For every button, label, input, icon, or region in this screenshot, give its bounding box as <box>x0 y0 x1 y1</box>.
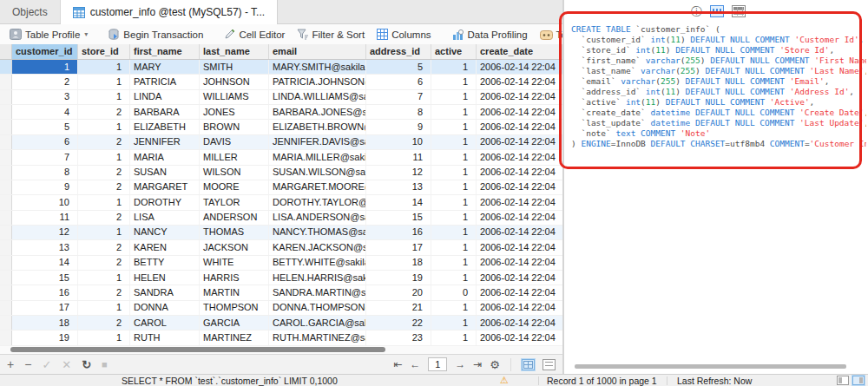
table-row[interactable]: 51ELIZABETHBROWNELIZABETH.BROWN@sakilacu… <box>0 120 562 134</box>
cell-store_id[interactable]: 1 <box>78 226 130 239</box>
cell-address_id[interactable]: 23 <box>366 330 431 344</box>
cell-store_id[interactable]: 2 <box>78 285 130 299</box>
cell-store_id[interactable]: 1 <box>78 60 130 74</box>
column-header-active[interactable]: active <box>431 44 477 59</box>
cell-email[interactable]: MARY.SMITH@sakilacustomer.org <box>269 60 366 74</box>
cell-email[interactable]: LINDA.WILLIAMS@sakilacustomer.org <box>269 90 366 104</box>
cell-customer_id[interactable]: 13 <box>12 240 78 254</box>
cell-first_name[interactable]: RUTH <box>130 330 200 344</box>
grid-hscrollbar-thumb[interactable] <box>10 347 385 352</box>
table-row[interactable]: 101DOROTHYTAYLORDOROTHY.TAYLOR@sakilacus… <box>0 195 562 210</box>
cell-last_name[interactable]: JOHNSON <box>200 75 269 88</box>
cell-active[interactable]: 1 <box>431 150 477 164</box>
page-settings-gear-icon[interactable]: ⚙ <box>490 359 500 370</box>
row-gutter[interactable] <box>0 105 12 119</box>
cell-first_name[interactable]: HELEN <box>130 271 200 285</box>
table-row[interactable]: 182CAROLGARCIACAROL.GARCIA@sakilacustome… <box>0 316 562 330</box>
cell-first_name[interactable]: CAROL <box>130 316 200 330</box>
cell-create_date[interactable]: 2006-02-14 22:04 <box>477 195 562 209</box>
right-pane-toggle-button[interactable] <box>852 376 865 385</box>
next-page-button[interactable]: → <box>455 359 465 370</box>
cell-store_id[interactable]: 2 <box>78 256 130 270</box>
refresh-button[interactable]: ↻ <box>82 359 91 370</box>
cell-first_name[interactable]: BARBARA <box>130 105 200 119</box>
cell-first_name[interactable]: JENNIFER <box>130 135 200 149</box>
cell-first_name[interactable]: MARY <box>130 60 200 74</box>
cell-email[interactable]: SUSAN.WILSON@sakilacustomer.org <box>269 166 366 180</box>
cell-store_id[interactable]: 1 <box>78 301 130 315</box>
cell-store_id[interactable]: 1 <box>78 120 130 134</box>
cell-create_date[interactable]: 2006-02-14 22:04 <box>477 60 562 74</box>
cell-customer_id[interactable]: 18 <box>12 316 78 330</box>
cell-create_date[interactable]: 2006-02-14 22:04 <box>477 120 562 134</box>
table-row[interactable]: 171DONNATHOMPSONDONNA.THOMPSON@sakilacus… <box>0 301 562 316</box>
cell-active[interactable]: 1 <box>431 271 477 285</box>
table-row[interactable]: 82SUSANWILSONSUSAN.WILSON@sakilacustomer… <box>0 166 562 180</box>
row-gutter[interactable] <box>0 90 12 104</box>
prev-page-button[interactable]: ← <box>410 359 420 370</box>
cell-email[interactable]: RUTH.MARTINEZ@sakilacustomer.org <box>269 330 366 344</box>
row-gutter[interactable] <box>0 330 12 344</box>
cell-last_name[interactable]: MARTINEZ <box>200 330 269 344</box>
table-profile-button[interactable]: Table Profile ▾ <box>5 26 92 43</box>
cell-customer_id[interactable]: 2 <box>12 75 78 88</box>
cell-address_id[interactable]: 9 <box>366 120 431 134</box>
row-gutter[interactable] <box>0 285 12 299</box>
cell-customer_id[interactable]: 3 <box>12 90 78 104</box>
cell-store_id[interactable]: 2 <box>78 240 130 254</box>
column-header-store-id[interactable]: store_id <box>78 44 130 59</box>
cell-address_id[interactable]: 10 <box>366 135 431 149</box>
cell-active[interactable]: 1 <box>431 256 477 270</box>
cell-customer_id[interactable]: 16 <box>12 285 78 299</box>
cell-store_id[interactable]: 2 <box>78 135 130 149</box>
form-view-button[interactable] <box>542 359 556 370</box>
cell-last_name[interactable]: SMITH <box>200 60 269 74</box>
cell-first_name[interactable]: SANDRA <box>130 285 200 299</box>
cell-store_id[interactable]: 1 <box>78 330 130 344</box>
cell-last_name[interactable]: THOMAS <box>200 226 269 239</box>
cell-active[interactable]: 1 <box>431 75 477 88</box>
tab-objects[interactable]: Objects <box>0 0 61 23</box>
cell-create_date[interactable]: 2006-02-14 22:04 <box>477 285 562 299</box>
cell-create_date[interactable]: 2006-02-14 22:04 <box>477 150 562 164</box>
table-row[interactable]: 71MARIAMILLERMARIA.MILLER@sakilacustomer… <box>0 150 562 165</box>
cell-email[interactable]: DONNA.THOMPSON@sakilacustomer.org <box>269 301 366 315</box>
cell-customer_id[interactable]: 17 <box>12 301 78 315</box>
cell-create_date[interactable]: 2006-02-14 22:04 <box>477 316 562 330</box>
cell-customer_id[interactable]: 5 <box>12 120 78 134</box>
cell-store_id[interactable]: 2 <box>78 180 130 194</box>
cell-last_name[interactable]: THOMPSON <box>200 301 269 315</box>
cell-email[interactable]: NANCY.THOMAS@sakilacustomer.org <box>269 226 366 239</box>
cell-create_date[interactable]: 2006-02-14 22:04 <box>477 271 562 285</box>
cell-last_name[interactable]: TAYLOR <box>200 195 269 209</box>
cell-first_name[interactable]: PATRICIA <box>130 75 200 88</box>
table-view-button[interactable] <box>732 5 746 17</box>
cell-last_name[interactable]: WILLIAMS <box>200 90 269 104</box>
cell-create_date[interactable]: 2006-02-14 22:04 <box>477 301 562 315</box>
data-profiling-button[interactable]: Data Profiling <box>448 26 532 43</box>
cell-address_id[interactable]: 15 <box>366 211 431 225</box>
cell-customer_id[interactable]: 7 <box>12 150 78 164</box>
cell-email[interactable]: ELIZABETH.BROWN@sakilacustomer.org <box>269 120 366 134</box>
cell-address_id[interactable]: 20 <box>366 285 431 299</box>
cell-address_id[interactable]: 6 <box>366 75 431 88</box>
cell-create_date[interactable]: 2006-02-14 22:04 <box>477 105 562 119</box>
cell-first_name[interactable]: KAREN <box>130 240 200 254</box>
cell-active[interactable]: 1 <box>431 316 477 330</box>
info-icon[interactable]: ⓘ <box>691 6 702 17</box>
cell-create_date[interactable]: 2006-02-14 22:04 <box>477 166 562 180</box>
cell-store_id[interactable]: 2 <box>78 211 130 225</box>
left-pane-toggle-button[interactable] <box>837 376 849 385</box>
row-gutter[interactable] <box>0 120 12 134</box>
grid-view-button[interactable] <box>522 359 535 370</box>
row-gutter[interactable] <box>0 75 12 88</box>
cell-active[interactable]: 1 <box>431 166 477 180</box>
cell-first_name[interactable]: SUSAN <box>130 166 200 180</box>
cell-last_name[interactable]: MILLER <box>200 150 269 164</box>
cell-active[interactable]: 1 <box>431 90 477 104</box>
cell-last_name[interactable]: GARCIA <box>200 316 269 330</box>
cell-store_id[interactable]: 2 <box>78 105 130 119</box>
cell-email[interactable]: BETTY.WHITE@sakilacustomer.org <box>269 256 366 270</box>
cell-last_name[interactable]: WHITE <box>200 256 269 270</box>
cell-first_name[interactable]: NANCY <box>130 226 200 239</box>
